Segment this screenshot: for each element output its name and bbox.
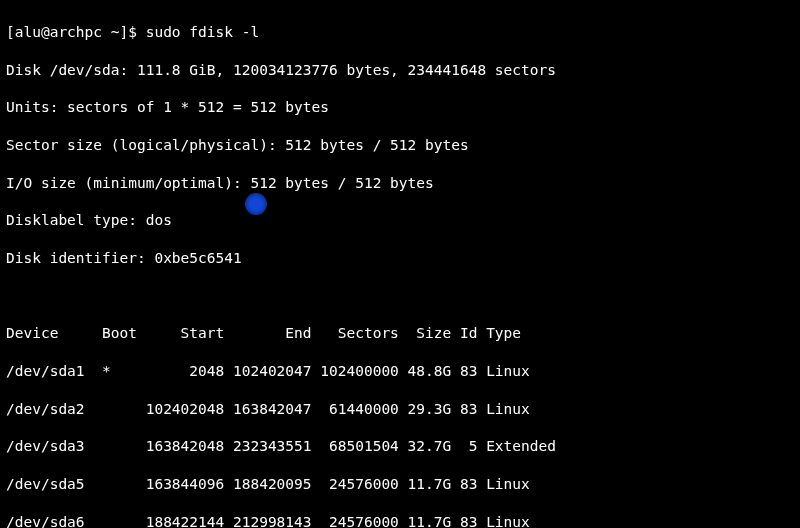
partition-header: Device Boot Start End Sectors Size Id Ty… xyxy=(6,324,794,343)
partition-row: /dev/sda2 102402048 163842047 61440000 2… xyxy=(6,400,794,419)
disk-sda-label: Disklabel type: dos xyxy=(6,211,794,230)
disk-sda-identifier: Disk identifier: 0xbe5c6541 xyxy=(6,249,794,268)
partition-row: /dev/sda1 * 2048 102402047 102400000 48.… xyxy=(6,362,794,381)
terminal-output[interactable]: [alu@archpc ~]$ sudo fdisk -l Disk /dev/… xyxy=(0,0,800,528)
prompt-line: [alu@archpc ~]$ sudo fdisk -l xyxy=(6,23,794,42)
partition-row: /dev/sda5 163844096 188420095 24576000 1… xyxy=(6,475,794,494)
partition-row: /dev/sda3 163842048 232343551 68501504 3… xyxy=(6,437,794,456)
disk-sda-units: Units: sectors of 1 * 512 = 512 bytes xyxy=(6,98,794,117)
disk-sda-header: Disk /dev/sda: 111.8 GiB, 120034123776 b… xyxy=(6,61,794,80)
disk-sda-io: I/O size (minimum/optimal): 512 bytes / … xyxy=(6,174,794,193)
disk-sda-sector: Sector size (logical/physical): 512 byte… xyxy=(6,136,794,155)
blank-line xyxy=(6,287,794,306)
partition-row: /dev/sda6 188422144 212998143 24576000 1… xyxy=(6,513,794,528)
